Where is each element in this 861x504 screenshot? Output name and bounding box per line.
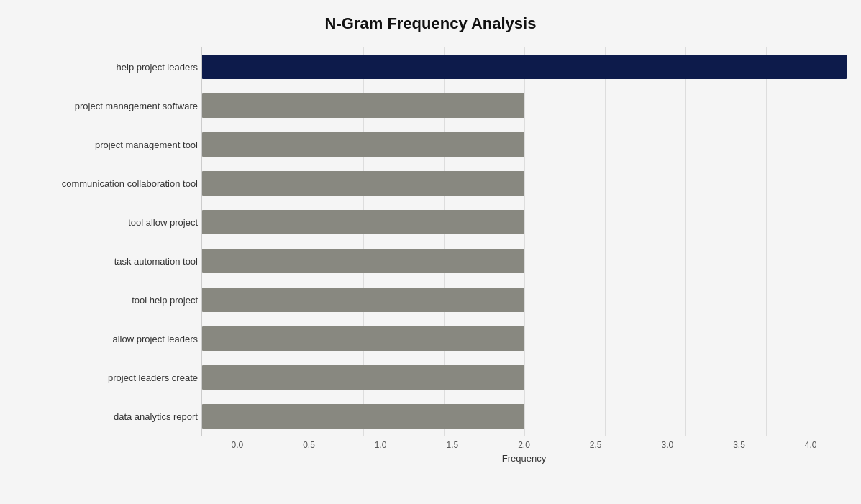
grid-line [847, 47, 847, 436]
x-tick: 0.5 [273, 440, 345, 450]
y-labels: help project leadersproject management s… [14, 47, 201, 436]
bar [202, 404, 524, 429]
bar [202, 326, 524, 351]
bar [202, 210, 524, 234]
y-label: task automation tool [14, 242, 198, 280]
y-label: tool help project [14, 280, 198, 319]
y-label: tool allow project [14, 203, 198, 242]
bar-row [202, 86, 847, 125]
bar-row [202, 125, 847, 164]
x-axis: 0.00.51.01.52.02.53.03.54.0 [201, 436, 847, 450]
bar [202, 132, 524, 157]
bar [202, 55, 847, 79]
bar-row [202, 358, 847, 397]
bar-row [202, 397, 847, 436]
bar [202, 365, 524, 390]
x-tick: 2.0 [488, 440, 560, 450]
x-tick: 1.0 [345, 440, 416, 450]
bar [202, 171, 524, 196]
y-label: data analytics report [14, 397, 198, 436]
bar-row [202, 47, 847, 86]
grid-and-bars: help project leadersproject management s… [14, 47, 847, 436]
bar-row [202, 203, 847, 242]
bar-row [202, 242, 847, 280]
y-label: allow project leaders [14, 319, 198, 358]
x-tick: 3.5 [703, 440, 775, 450]
y-label: project management tool [14, 125, 198, 164]
bar [202, 93, 524, 118]
x-axis-label: Frequency [201, 453, 847, 464]
chart-title: N-Gram Frequency Analysis [14, 14, 847, 33]
y-label: communication collaboration tool [14, 164, 198, 203]
bar [202, 288, 524, 312]
bar-row [202, 280, 847, 319]
x-tick: 2.5 [560, 440, 632, 450]
x-tick: 4.0 [775, 440, 847, 450]
y-label: project management software [14, 86, 198, 125]
bar-row [202, 164, 847, 203]
chart-container: N-Gram Frequency Analysis help project l… [0, 0, 861, 504]
bar [202, 249, 524, 273]
x-tick: 0.0 [201, 440, 273, 450]
y-label: project leaders create [14, 358, 198, 397]
x-tick: 1.5 [416, 440, 488, 450]
x-tick: 3.0 [632, 440, 703, 450]
bars-section [201, 47, 847, 436]
y-label: help project leaders [14, 47, 198, 86]
chart-area: help project leadersproject management s… [14, 47, 847, 436]
bar-row [202, 319, 847, 358]
